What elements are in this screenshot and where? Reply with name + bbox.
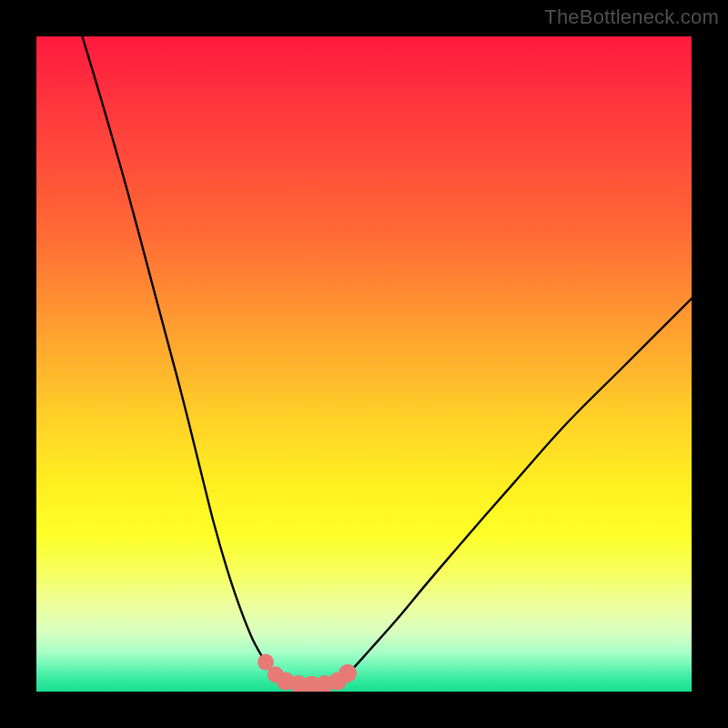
- bottleneck-curve-path: [82, 36, 692, 685]
- bottleneck-curve: [82, 36, 692, 685]
- chart-frame: TheBottleneck.com: [0, 0, 728, 728]
- valley-marker: [339, 664, 357, 682]
- valley-markers: [258, 654, 357, 692]
- watermark-label: TheBottleneck.com: [544, 5, 719, 29]
- plot-area: [36, 36, 692, 692]
- plot-svg: [36, 36, 692, 692]
